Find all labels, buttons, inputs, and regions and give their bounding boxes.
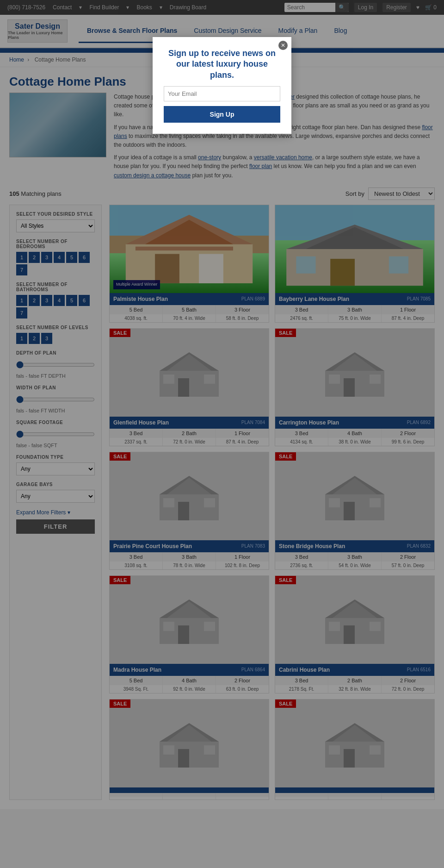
- popup-title: Sign up to receive news on our latest lu…: [164, 48, 280, 81]
- popup-close-button[interactable]: ✕: [278, 41, 288, 50]
- popup: ✕ Sign up to receive news on our latest …: [153, 37, 291, 134]
- popup-overlay[interactable]: ✕ Sign up to receive news on our latest …: [0, 0, 444, 809]
- popup-email-input[interactable]: [164, 86, 280, 101]
- popup-signup-button[interactable]: Sign Up: [164, 106, 280, 123]
